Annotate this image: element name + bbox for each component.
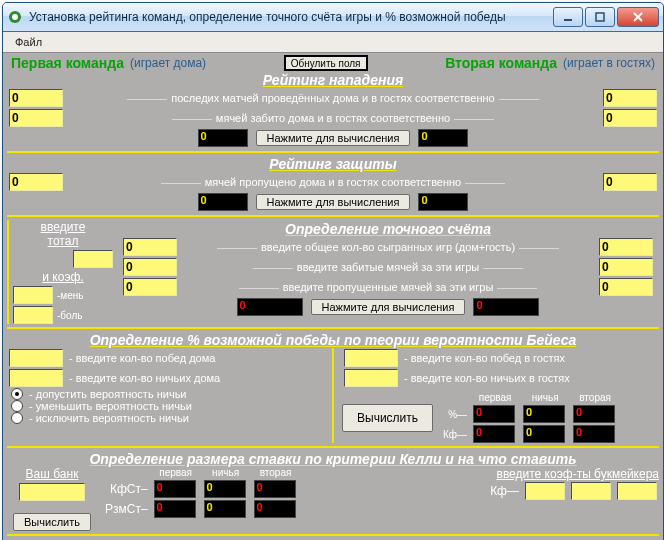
bk-kf-second-input[interactable] xyxy=(617,482,657,500)
teams-header-row: Первая команда (играет дома) Обнулить по… xyxy=(7,55,659,71)
col-draw-2: ничья xyxy=(204,467,248,478)
attack-goals-label: мячей забито дома и в гостях соответстве… xyxy=(69,112,597,124)
score-result-away: 0 xyxy=(473,298,539,316)
menu-file[interactable]: Файл xyxy=(9,34,48,50)
section-score-title: Определение точного счёта xyxy=(121,221,655,237)
radio-reduce-draw[interactable]: - уменьшить вероятность ничьи xyxy=(7,400,324,412)
attack-matches-label: последих матчей проведённых дома и в гос… xyxy=(69,92,597,104)
attack-goals-away-input[interactable] xyxy=(603,109,657,127)
coef-more-input[interactable] xyxy=(13,306,53,324)
radio-dot-icon xyxy=(11,400,23,412)
defense-calc-button[interactable]: Нажмите для вычисления xyxy=(256,194,411,210)
total-games-home-input[interactable] xyxy=(123,238,177,256)
reset-fields-button[interactable]: Обнулить поля xyxy=(284,55,368,71)
radio-allow-draw[interactable]: - допустить вероятность ничьи xyxy=(7,388,324,400)
divider xyxy=(7,327,659,329)
pct-second: 0 xyxy=(573,405,615,423)
attack-calc-button[interactable]: Нажмите для вычисления xyxy=(256,130,411,146)
bk-kf-label: Кф— xyxy=(490,484,519,498)
divider xyxy=(7,151,659,153)
client-area: Первая команда (играет дома) Обнулить по… xyxy=(3,53,663,540)
wins-away-input[interactable] xyxy=(344,349,398,367)
less-label: -мень xyxy=(57,290,84,301)
close-window-button[interactable] xyxy=(617,7,659,27)
draws-home-label: - введите кол-во ничьих дома xyxy=(69,372,220,384)
maximize-button[interactable] xyxy=(585,7,615,27)
attack-goals-home-input[interactable] xyxy=(9,109,63,127)
more-label: -боль xyxy=(57,310,82,321)
wins-home-input[interactable] xyxy=(9,349,63,367)
total-input[interactable] xyxy=(73,250,113,268)
minimize-button[interactable] xyxy=(553,7,583,27)
team1-sublabel: (играет дома) xyxy=(130,56,206,70)
score-result-home: 0 xyxy=(237,298,303,316)
and-coef-label: и коэф. xyxy=(13,270,113,284)
wins-away-label: - введите кол-во побед в гостях xyxy=(404,352,565,364)
radio-reduce-label: - уменьшить вероятность ничьи xyxy=(29,400,192,412)
divider xyxy=(7,534,659,536)
total-coef-panel: введите тотал и коэф. -мень -боль xyxy=(7,220,117,324)
rzst-label: РзмСт– xyxy=(105,502,148,516)
total-conceded-away-input[interactable] xyxy=(599,278,653,296)
section-attack-title: Рейтинг нападения xyxy=(7,72,659,88)
coef-less-input[interactable] xyxy=(13,286,53,304)
draws-away-label: - введите кол-во ничьих в гостях xyxy=(404,372,570,384)
draws-home-input[interactable] xyxy=(9,369,63,387)
radio-allow-label: - допустить вероятность ничьи xyxy=(29,388,187,400)
team2-label: Вторая команда xyxy=(445,55,557,71)
kfst-second: 0 xyxy=(254,480,296,498)
bk-kf-draw-input[interactable] xyxy=(571,482,611,500)
pct-first: 0 xyxy=(473,405,515,423)
section-defense-title: Рейтинг защиты xyxy=(7,156,659,172)
svg-point-1 xyxy=(12,14,18,20)
radio-dot-icon xyxy=(11,388,23,400)
rzst-second: 0 xyxy=(254,500,296,518)
divider xyxy=(7,446,659,448)
rzst-first: 0 xyxy=(154,500,196,518)
draws-away-input[interactable] xyxy=(344,369,398,387)
attack-result-away: 0 xyxy=(418,129,468,147)
total-games-label: введите общее кол-во сыгранных игр (дом+… xyxy=(183,241,593,253)
kf-draw: 0 xyxy=(523,425,565,443)
defense-result-home: 0 xyxy=(198,193,248,211)
score-calc-button[interactable]: Нажмите для вычисления xyxy=(311,299,466,315)
window-title: Установка рейтинга команд, определение т… xyxy=(29,10,553,24)
radio-exclude-draw[interactable]: - исключить вероятность ничьи xyxy=(7,412,324,424)
section-kelly-title: Определение размера ставки по критерии К… xyxy=(7,451,659,467)
attack-matches-away-input[interactable] xyxy=(603,89,657,107)
pct-draw: 0 xyxy=(523,405,565,423)
defense-conceded-label: мячей пропущено дома и в гостях соответс… xyxy=(69,176,597,188)
radio-exclude-label: - исключить вероятность ничьи xyxy=(29,412,189,424)
kfst-first: 0 xyxy=(154,480,196,498)
kfst-label: КфСт– xyxy=(105,482,148,496)
total-games-away-input[interactable] xyxy=(599,238,653,256)
section-bayes-title: Определение % возможной победы по теории… xyxy=(7,332,659,348)
col-second-2: вторая xyxy=(254,467,298,478)
divider xyxy=(7,215,659,217)
kf-first: 0 xyxy=(473,425,515,443)
total-scored-home-input[interactable] xyxy=(123,258,177,276)
defense-conceded-home-input[interactable] xyxy=(9,173,63,191)
kf-second: 0 xyxy=(573,425,615,443)
defense-conceded-away-input[interactable] xyxy=(603,173,657,191)
total-scored-away-input[interactable] xyxy=(599,258,653,276)
bayes-calc-button[interactable]: Вычислить xyxy=(342,404,433,432)
bk-kf-first-input[interactable] xyxy=(525,482,565,500)
attack-result-home: 0 xyxy=(198,129,248,147)
total-scored-label: введите забитые мячей за эти игры xyxy=(183,261,593,273)
total-conceded-home-input[interactable] xyxy=(123,278,177,296)
kelly-calc-button[interactable]: Вычислить xyxy=(13,513,91,531)
rzst-draw: 0 xyxy=(204,500,246,518)
radio-dot-icon xyxy=(11,412,23,424)
bank-input[interactable] xyxy=(19,483,85,501)
attack-matches-home-input[interactable] xyxy=(9,89,63,107)
wins-home-label: - введите кол-во побед дома xyxy=(69,352,215,364)
bk-coefs-label: введите коэф-ты букмейкера xyxy=(488,467,659,481)
col-second: вторая xyxy=(573,392,617,403)
col-first: первая xyxy=(473,392,517,403)
titlebar: Установка рейтинга команд, определение т… xyxy=(3,3,663,32)
your-bank-label: Ваш банк xyxy=(7,467,97,481)
team2-sublabel: (играет в гостях) xyxy=(563,56,655,70)
svg-rect-3 xyxy=(596,13,604,21)
total-conceded-label: введите пропущенные мячей за эти игры xyxy=(183,281,593,293)
